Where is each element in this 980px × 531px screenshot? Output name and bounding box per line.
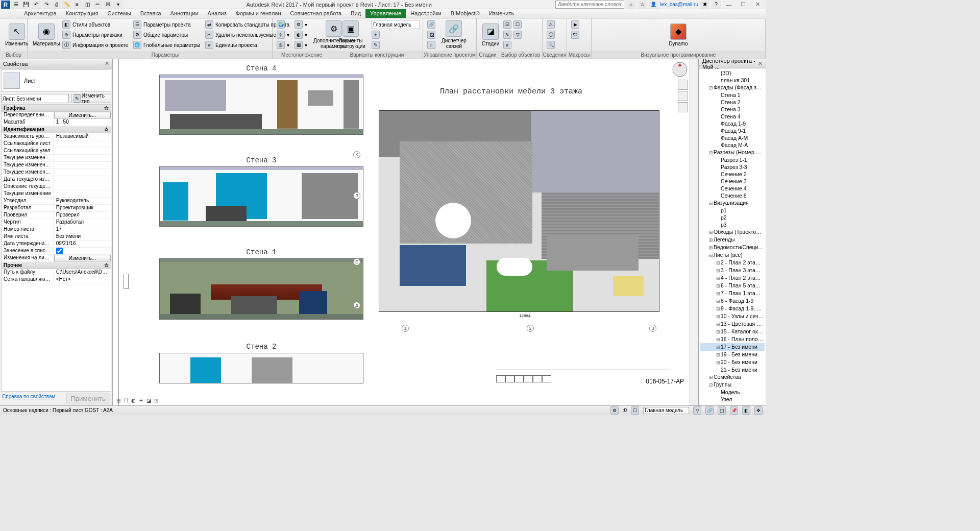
tree-item[interactable]: ⊞Обходы (Траектории — [700, 228, 765, 236]
tree-item[interactable]: ⊞Легенды — [700, 236, 765, 244]
tree-item[interactable]: Разрез 3-3 — [700, 163, 765, 171]
subscription-icon[interactable]: ⌂ — [626, 1, 635, 9]
crop-icon[interactable]: ⊡ — [154, 398, 158, 403]
tree-item[interactable]: ⊟Фасады (Фасад здан — [700, 84, 765, 91]
signin-icon[interactable]: 👤 — [649, 1, 658, 9]
tree-item[interactable]: 21 - Без имени — [700, 366, 765, 373]
exchange-icon[interactable]: ✖ — [700, 1, 709, 9]
sun-path-icon[interactable]: ☀ — [139, 398, 143, 403]
scale-display[interactable]: ⊞ — [116, 398, 120, 403]
tree-item[interactable]: Модель — [700, 389, 765, 396]
tree-item[interactable]: ⊟Визуализация — [700, 199, 765, 207]
properties-grid[interactable]: Графика☆ Переопределения ви...Изменить..… — [1, 104, 111, 392]
tree-item[interactable]: ⊞10 - Узлы и сечени — [700, 312, 765, 320]
tree-item[interactable]: Сечение 2 — [700, 171, 765, 178]
prop-row[interactable]: Ссылающийся узел — [2, 148, 111, 155]
pick-edit-button[interactable]: ✎ — [370, 40, 422, 50]
tab-structure[interactable]: Конструкция — [61, 9, 103, 18]
tree-item[interactable]: ⊞19 - Без имени — [700, 351, 765, 358]
user-account-link[interactable]: lex_bas@mail.ru — [660, 2, 698, 7]
snaps-button[interactable]: ⊕Параметры привязки — [60, 30, 130, 40]
apply-button[interactable]: Применить — [66, 394, 110, 403]
tree-item[interactable]: Сечение 3 — [700, 178, 765, 185]
tab-modify[interactable]: Изменить — [484, 9, 519, 18]
qat-save-icon[interactable]: 💾 — [21, 1, 31, 9]
tree-item[interactable]: ⊞16 - План полов 3 э — [700, 335, 765, 343]
dynamo-button[interactable]: ◆ Dynamo — [666, 19, 691, 50]
prop-row[interactable]: Текущее изменение ... — [2, 162, 111, 169]
type-selector[interactable]: Лист — [1, 69, 111, 92]
tab-manage[interactable]: Управление — [365, 9, 406, 18]
edit-button[interactable]: Изменить... — [54, 255, 111, 261]
design-options-button[interactable]: ▣ Варианты конструкции — [333, 19, 369, 50]
coordinates-button[interactable]: ⊹▾ — [275, 30, 291, 40]
location-button[interactable]: 🌍 — [275, 19, 291, 30]
wall4-view[interactable] — [159, 75, 363, 135]
minimize-button[interactable]: — — [723, 1, 735, 9]
tree-item[interactable]: {3D} — [700, 69, 765, 77]
ids-button[interactable]: # — [501, 40, 524, 50]
prop-row[interactable]: Номер листа17 — [2, 226, 111, 233]
prop-row[interactable]: Переопределения ви...Изменить... — [2, 112, 111, 119]
tree-item[interactable]: р2 — [700, 214, 765, 221]
add-to-set-button[interactable]: + — [370, 30, 422, 40]
prop-row[interactable]: Ссылающийся лист — [2, 140, 111, 148]
manage-images-small[interactable]: 🖼 — [425, 30, 437, 40]
prop-row[interactable]: Изменения на листеИзменить... — [2, 255, 111, 262]
project-info-button[interactable]: ⓘИнформация о проекте — [60, 40, 130, 50]
canvas-scrollbar-v[interactable] — [690, 59, 698, 405]
inquiry-1[interactable]: ⚠ — [545, 19, 557, 30]
drawing-canvas[interactable]: Стена 4 Стена 3 — [113, 59, 699, 405]
tab-massing[interactable]: Формы и генплан — [231, 9, 286, 18]
wall1-view[interactable] — [159, 258, 363, 320]
tab-addins[interactable]: Надстройки — [406, 9, 446, 18]
search-input[interactable] — [555, 1, 624, 9]
tree-item[interactable]: ⊞2 - План 2 этажа на — [700, 259, 765, 267]
worksets-icon[interactable]: ⚙ — [610, 406, 619, 415]
qat-measure-icon[interactable]: 📏 — [62, 1, 71, 9]
tree-item[interactable]: ⊟Группы — [700, 381, 765, 389]
tree-item[interactable]: р1 — [700, 207, 765, 214]
tree-item[interactable]: ⊞Ведомости/Специфи — [700, 244, 765, 251]
navigation-bar[interactable] — [678, 80, 688, 131]
tree-item[interactable]: Стена 4 — [700, 113, 765, 120]
select-underlay-icon[interactable]: ◫ — [718, 406, 726, 415]
tree-item[interactable]: ⊞3 - План 3 этажа на — [700, 267, 765, 274]
tree-item[interactable]: ⊞9 - Фасад 1-9, А-М, — [700, 305, 765, 312]
tree-item[interactable]: Фасад А-М — [700, 134, 765, 141]
close-button[interactable]: ✕ — [751, 1, 764, 9]
tree-item[interactable]: р3 — [700, 221, 765, 228]
qat-open-icon[interactable]: ☰ — [11, 1, 20, 9]
qat-redo-icon[interactable]: ↷ — [42, 1, 51, 9]
tree-item[interactable]: ⊞13 - Цветовая схема — [700, 320, 765, 328]
drag-icon[interactable]: ✥ — [754, 406, 763, 415]
tab-analyze[interactable]: Анализ — [203, 9, 231, 18]
tab-architecture[interactable]: Архитектура — [19, 9, 61, 18]
prop-row[interactable]: Дата текущего измен... — [2, 176, 111, 183]
view-control-bar[interactable]: ⊞ ☐ ◐ ☀ ◪ ⊡ — [116, 398, 158, 403]
checkbox[interactable] — [56, 248, 63, 254]
prop-row[interactable]: УтвердилРуководитель — [2, 198, 111, 205]
tree-item[interactable]: Стена 2 — [700, 99, 765, 106]
tree-item[interactable]: Фасад 1-9 — [700, 120, 765, 127]
prop-row[interactable]: ПроверилПроверил — [2, 212, 111, 219]
select-face-icon[interactable]: ◧ — [742, 406, 750, 415]
shadows-icon[interactable]: ◪ — [146, 398, 151, 403]
tree-item[interactable]: Разрез 1-1 — [700, 156, 765, 163]
tree-item[interactable]: ⊞6 - План 5 этажа на — [700, 282, 765, 289]
prop-row[interactable]: Имя листаБез имени — [2, 233, 111, 240]
inquiry-2[interactable]: ⓘ — [545, 30, 557, 40]
prop-row[interactable]: Зависимость уровняНезависимый — [2, 133, 111, 140]
communicate-icon[interactable]: ☆ — [638, 1, 647, 9]
visual-style-icon[interactable]: ◐ — [131, 398, 136, 403]
tree-item[interactable]: Узел — [700, 396, 765, 403]
project-params-button[interactable]: ☰Параметры проекта — [131, 19, 202, 30]
prop-row[interactable]: Масштаб1 : 50 — [2, 119, 111, 126]
global-params-button[interactable]: 🌐Глобальные параметры — [131, 40, 202, 50]
detail-level-icon[interactable]: ☐ — [124, 398, 128, 403]
qat-switch-icon[interactable]: ▾ — [113, 1, 122, 9]
edit-button[interactable]: Изменить... — [54, 112, 111, 118]
tree-item[interactable]: Сечение 4 — [700, 185, 765, 192]
tree-item[interactable]: Сечение 6 — [700, 192, 765, 199]
qat-print-icon[interactable]: ⎙ — [52, 1, 61, 9]
